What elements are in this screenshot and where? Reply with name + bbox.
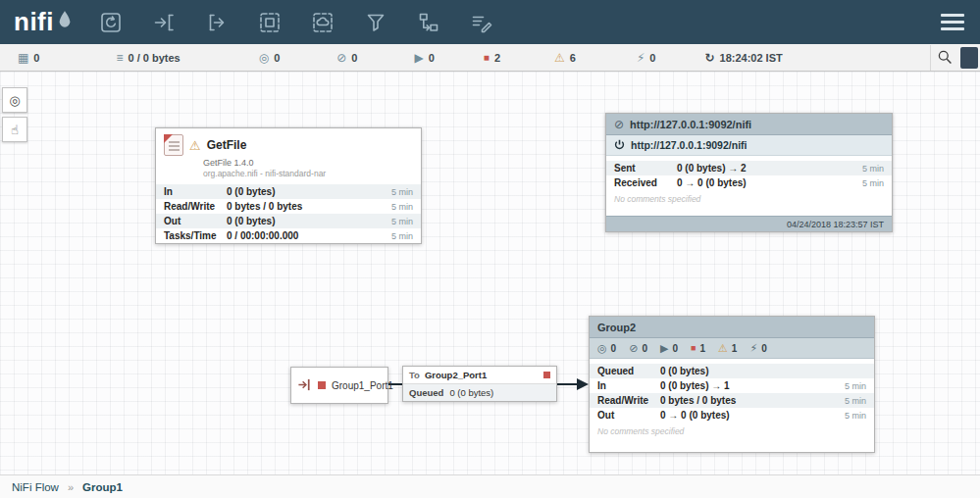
stat-label: Queued: [597, 366, 660, 376]
port-icon: [297, 377, 312, 394]
connection-target-name: Group2_Port1: [425, 370, 487, 380]
navigate-icon: ◎: [9, 93, 20, 108]
active-threads-count: 0: [33, 52, 39, 64]
transmitting-count: 0: [274, 52, 280, 64]
stat-label: Out: [597, 410, 660, 421]
rpg-title: http://127.0.0.1:9092/nifi: [630, 119, 751, 130]
not-transmitting-icon: ⊘: [336, 52, 346, 64]
operate-icon: ☝: [11, 123, 19, 137]
navigate-palette-toggle[interactable]: ◎: [2, 87, 27, 113]
last-refresh-time: 18:24:02 IST: [720, 52, 783, 64]
active-threads-stat: ▦ 0: [18, 52, 39, 64]
global-menu-button[interactable]: [941, 14, 964, 30]
statusbar-corner-panel: [960, 47, 978, 69]
funnel-tool-icon[interactable]: [361, 8, 390, 37]
group-status-counts: ◎ 0 ⊘ 0 ▶ 0 ■ 1 ⚠ 1: [590, 338, 874, 359]
template-tool-icon[interactable]: [414, 8, 443, 37]
processor-bundle: org.apache.nifi - nifi-standard-nar: [203, 169, 413, 178]
output-port-tool-icon[interactable]: [202, 8, 232, 37]
stopped-icon: ■: [691, 344, 696, 353]
connection-target-row: To Group2_Port1: [403, 367, 556, 384]
running-icon: ▶: [414, 52, 423, 64]
palette-toggles: ◎ ☝: [2, 87, 27, 142]
app-header: nifi: [0, 0, 980, 44]
connection-queued-value: 0 (0 bytes): [449, 387, 493, 398]
stat-window: 5 min: [391, 202, 413, 212]
flow-status-bar: ▦ 0 ≡ 0 / 0 bytes ◎ 0 ⊘ 0 ▶ 0 ■ 2 ⚠ 6 ⚡: [0, 44, 980, 72]
breadcrumb-current[interactable]: Group1: [82, 481, 123, 493]
group-name: Group2: [597, 322, 636, 333]
stat-window: 5 min: [845, 411, 866, 421]
breadcrumb-root[interactable]: NiFi Flow: [12, 481, 59, 493]
search-icon: [937, 49, 953, 67]
invalid-warning-icon: ⚠: [189, 139, 201, 152]
connection-to-label: To: [409, 370, 420, 380]
transmission-icon: [614, 139, 625, 152]
group-not-transmitting-count: ⊘ 0: [629, 343, 647, 354]
process-group-group2[interactable]: Group2 ◎ 0 ⊘ 0 ▶ 0 ■ 1: [589, 316, 875, 453]
search-button[interactable]: [930, 45, 957, 71]
stat-value: 0 bytes / 0 bytes: [660, 395, 736, 406]
nifi-logo: nifi: [0, 0, 82, 44]
stat-label: Read/Write: [597, 395, 660, 406]
port-group1-port1[interactable]: Group1_Port1: [290, 367, 388, 404]
input-port-tool-icon[interactable]: [149, 8, 179, 37]
rpg-target-uri-row: http://127.0.0.1:9092/nifi: [606, 135, 892, 156]
threads-icon: ▦: [18, 52, 28, 64]
processor-type: GetFile 1.4.0: [203, 158, 413, 168]
not-transmitting-icon: ⊘: [629, 343, 638, 354]
connection-label[interactable]: To Group2_Port1 Queued 0 (0 bytes): [402, 366, 557, 402]
connection-queued-label: Queued: [409, 387, 443, 398]
group-disabled-count: ⚡ 0: [749, 343, 766, 354]
transmitting-stat: ◎ 0: [259, 52, 281, 64]
refresh-icon[interactable]: ↻: [704, 52, 714, 64]
stopped-indicator: [543, 372, 550, 378]
stat-value: 0 (0 bytes) → 2: [677, 163, 747, 174]
running-icon: ▶: [660, 343, 668, 354]
stat-label: In: [597, 380, 660, 391]
stat-value: 0 (0 bytes): [227, 186, 275, 197]
stat-window: 5 min: [391, 187, 413, 197]
running-stat: ▶ 0: [414, 52, 434, 64]
transmitting-icon: ◎: [259, 52, 269, 64]
group-comments: No comments specified: [590, 423, 874, 440]
flow-canvas[interactable]: ◎ ☝ ⚠ GetFile GetFile 1.4.0 org.apache.n…: [0, 72, 980, 474]
invalid-icon: ⚠: [718, 343, 728, 354]
group-running-count: ▶ 0: [660, 343, 678, 354]
rpg-target-uri: http://127.0.0.1:9092/nifi: [631, 139, 747, 151]
group-transmitting-count: ◎ 0: [597, 343, 616, 354]
remote-process-group[interactable]: ⊘ http://127.0.0.1:9092/nifi http://127.…: [605, 113, 893, 232]
port-name: Group1_Port1: [332, 380, 393, 391]
label-tool-icon[interactable]: [467, 8, 496, 37]
not-transmitting-count: 0: [351, 52, 357, 64]
rpg-last-refreshed: 04/24/2018 18:23:57 IST: [606, 216, 892, 231]
stat-window: 5 min: [845, 396, 866, 406]
processor-header: ⚠ GetFile GetFile 1.4.0 org.apache.nifi …: [156, 128, 421, 184]
breadcrumb-separator: »: [68, 481, 74, 493]
droplet-icon: [57, 10, 73, 35]
stat-window: 5 min: [845, 381, 866, 391]
remote-process-group-tool-icon[interactable]: [308, 8, 337, 37]
processor-name: GetFile: [207, 138, 247, 152]
component-toolbar: [96, 8, 496, 37]
not-transmitting-stat: ⊘ 0: [336, 52, 357, 64]
process-group-tool-icon[interactable]: [255, 8, 284, 37]
processor-getfile[interactable]: ⚠ GetFile GetFile 1.4.0 org.apache.nifi …: [155, 127, 422, 244]
breadcrumb: NiFi Flow » Group1: [0, 474, 980, 498]
stat-value: 0 / 00:00:00.000: [227, 230, 298, 241]
running-count: 0: [429, 52, 435, 64]
stat-value: 0 (0 bytes): [660, 366, 708, 376]
rpg-comments: No comments specified: [606, 190, 892, 208]
operate-palette-toggle[interactable]: ☝: [2, 117, 27, 142]
refresh-stat[interactable]: ↻ 18:24:02 IST: [704, 52, 782, 64]
disabled-icon: ⚡: [749, 343, 757, 354]
invalid-icon: ⚠: [554, 52, 565, 64]
stat-label: Received: [614, 177, 677, 188]
disabled-icon: ⚡: [637, 52, 645, 64]
processor-tool-icon[interactable]: [96, 8, 126, 37]
transmitting-icon: ◎: [597, 343, 607, 354]
rpg-header: ⊘ http://127.0.0.1:9092/nifi: [606, 114, 892, 135]
stat-value: 0 (0 bytes): [227, 216, 275, 226]
processor-stat-row: Tasks/Time 0 / 00:00:00.000 5 min: [156, 228, 421, 243]
disabled-count: 0: [649, 52, 655, 64]
